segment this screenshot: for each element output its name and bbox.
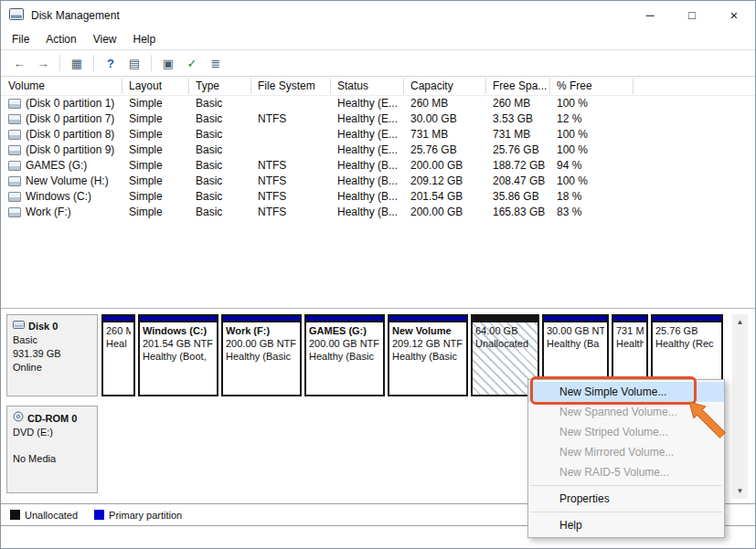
partition-body: 260 MHeal	[103, 322, 133, 352]
scroll-down-icon[interactable]: ▼	[732, 483, 748, 499]
free-space-cell: 188.72 GB	[486, 158, 550, 174]
partition-block[interactable]: Windows (C:)201.54 GB NTFHealthy (Boot,	[138, 314, 218, 396]
column-header-free-space[interactable]: Free Spa...	[486, 79, 550, 94]
disk0-label[interactable]: Disk 0 Basic 931.39 GB Online	[6, 314, 98, 396]
partition-body: New Volume209.12 GB NTFHealthy (Basic	[389, 322, 466, 364]
volume-icon	[8, 145, 21, 155]
menu-item-new-striped-volume: New Striped Volume...	[528, 422, 724, 442]
filler-cell	[634, 143, 755, 158]
free-space-cell: 35.86 GB	[486, 189, 550, 205]
table-row[interactable]: (Disk 0 partition 8) Simple Basic Health…	[1, 127, 755, 143]
partition-body: 731 MHealth	[613, 322, 646, 352]
properties-panel-icon[interactable]: ▤	[123, 53, 145, 73]
partition-text-line: Windows (C:)	[143, 324, 214, 337]
file-system-cell: NTFS	[251, 205, 331, 220]
minimize-button[interactable]: ─	[629, 1, 671, 29]
partition-block[interactable]: 260 MHeal	[101, 314, 135, 396]
status-cell: Healthy (B...	[331, 189, 404, 205]
volume-cell: (Disk 0 partition 1)	[1, 96, 122, 111]
volume-icon	[8, 99, 21, 109]
volume-cell: Work (F:)	[1, 205, 122, 220]
partition-body: 30.00 GB NTHealthy (Ba	[544, 322, 607, 352]
column-header-file-system[interactable]: File System	[251, 79, 331, 94]
partition-color-bar	[473, 316, 538, 322]
partition-text-line: 260 M	[106, 324, 131, 337]
menu-item-help[interactable]: Help	[528, 515, 724, 535]
menu-file[interactable]: File	[4, 30, 37, 48]
filler-cell	[634, 111, 755, 127]
status-cell: Healthy (B...	[331, 205, 404, 220]
back-icon[interactable]: ←	[8, 53, 30, 73]
action-pane-icon[interactable]: ▣	[157, 53, 179, 73]
list-view-icon[interactable]: ≣	[205, 53, 227, 73]
legend-primary-label: Primary partition	[109, 510, 182, 521]
partition-text-line: Health	[616, 337, 644, 350]
toolbar-separator	[93, 55, 94, 71]
cdrom-status: No Media	[13, 452, 91, 466]
partition-block[interactable]: Work (F:)200.00 GB NTFHealthy (Basic	[221, 314, 302, 396]
capacity-cell: 201.54 GB	[404, 189, 486, 205]
menu-item-new-mirrored-volume: New Mirrored Volume...	[528, 442, 724, 462]
console-tree-icon[interactable]: ▦	[66, 53, 88, 73]
volume-icon	[8, 130, 21, 140]
table-row[interactable]: (Disk 0 partition 7) Simple Basic NTFS H…	[1, 111, 755, 127]
file-system-cell	[251, 127, 331, 143]
table-row[interactable]: GAMES (G:) Simple Basic NTFS Healthy (B.…	[1, 158, 755, 174]
column-header-capacity[interactable]: Capacity	[404, 79, 486, 94]
volume-name: Work (F:)	[26, 205, 71, 220]
partition-body: 25.76 GBHealthy (Rec	[653, 322, 721, 352]
column-header-layout[interactable]: Layout	[122, 79, 189, 94]
close-button[interactable]: ×	[713, 1, 755, 29]
partition-block[interactable]: GAMES (G:)200.00 GB NTFHealthy (Basic	[304, 314, 385, 396]
file-system-cell: NTFS	[251, 174, 331, 189]
free-space-cell: 260 MB	[486, 96, 550, 111]
type-cell: Basic	[189, 174, 251, 189]
menu-item-new-spanned-volume: New Spanned Volume...	[528, 402, 724, 422]
menu-item-properties[interactable]: Properties	[528, 489, 724, 509]
column-header-volume[interactable]: Volume	[1, 79, 122, 94]
scroll-up-icon[interactable]: ▲	[732, 314, 748, 330]
type-cell: Basic	[189, 96, 251, 111]
menu-action[interactable]: Action	[37, 30, 84, 48]
free-space-cell: 25.76 GB	[486, 143, 550, 158]
table-row[interactable]: New Volume (H:) Simple Basic NTFS Health…	[1, 174, 755, 189]
column-header-type[interactable]: Type	[189, 79, 251, 94]
check-list-icon[interactable]: ✓	[181, 53, 203, 73]
pct-free-cell: 100 %	[550, 174, 634, 189]
type-cell: Basic	[189, 143, 251, 158]
disk-icon	[13, 320, 25, 333]
cdrom-name: CD-ROM 0	[27, 412, 77, 426]
table-row[interactable]: Work (F:) Simple Basic NTFS Healthy (B..…	[1, 205, 755, 220]
status-cell: Healthy (B...	[331, 158, 404, 174]
table-row[interactable]: (Disk 0 partition 1) Simple Basic Health…	[1, 96, 755, 111]
partition-text-line: 30.00 GB NT	[547, 324, 604, 337]
vertical-scrollbar[interactable]: ▲ ▼	[732, 314, 748, 499]
partition-text-line: 731 M	[616, 324, 644, 337]
volume-name: Windows (C:)	[26, 189, 91, 205]
partition-text-line: 201.54 GB NTF	[143, 337, 214, 350]
help-icon[interactable]: ?	[100, 53, 122, 73]
menu-help[interactable]: Help	[125, 30, 165, 48]
menu-view[interactable]: View	[85, 30, 125, 48]
layout-cell: Simple	[122, 127, 189, 143]
filler-cell	[634, 158, 755, 174]
disk0-status: Online	[13, 361, 91, 375]
forward-icon[interactable]: →	[32, 53, 54, 73]
volume-list: (Disk 0 partition 1) Simple Basic Health…	[1, 96, 755, 220]
app-icon	[9, 8, 24, 23]
disk-management-window: Disk Management ─ □ × File Action View H…	[0, 0, 756, 549]
free-space-cell: 208.47 GB	[486, 174, 550, 189]
volume-name: (Disk 0 partition 1)	[26, 96, 114, 111]
partition-block[interactable]: New Volume209.12 GB NTFHealthy (Basic	[388, 314, 468, 396]
column-header-status[interactable]: Status	[331, 79, 404, 94]
partition-text-line: 25.76 GB	[655, 324, 719, 337]
column-header-pct-free[interactable]: % Free	[550, 79, 634, 94]
partition-color-bar	[140, 316, 217, 322]
table-row[interactable]: (Disk 0 partition 9) Simple Basic Health…	[1, 143, 755, 158]
menu-item-new-simple-volume[interactable]: New Simple Volume...	[528, 382, 724, 402]
table-row[interactable]: Windows (C:) Simple Basic NTFS Healthy (…	[1, 189, 755, 205]
capacity-cell: 260 MB	[404, 96, 486, 111]
volume-cell: Windows (C:)	[1, 189, 122, 205]
maximize-button[interactable]: □	[671, 1, 713, 29]
cdrom-label[interactable]: CD-ROM 0 DVD (E:) No Media	[6, 406, 98, 493]
